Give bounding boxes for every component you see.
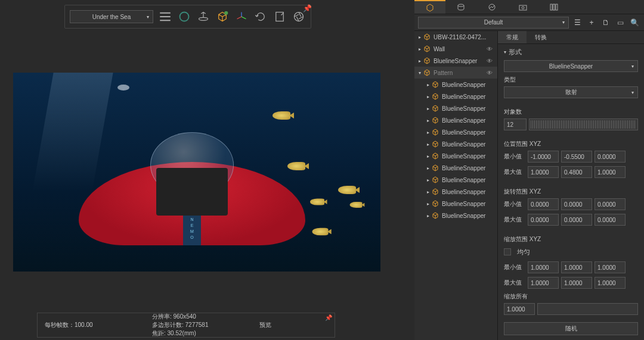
tree-arrow-icon[interactable]: ▸ (425, 166, 431, 171)
scale-all-slider[interactable] (537, 303, 638, 315)
pos-max-z[interactable] (595, 166, 626, 178)
tree-item[interactable]: ▸BluelineSnapper (414, 162, 497, 174)
scale-all-input[interactable] (504, 303, 535, 315)
tree-item-label: UBW-21162-0472... (434, 34, 495, 40)
uniform-checkbox[interactable] (504, 248, 511, 255)
pos-max-y[interactable] (561, 166, 592, 178)
scale-min-y[interactable] (561, 261, 592, 273)
rot-max-x[interactable] (528, 214, 559, 226)
scale-min-z[interactable] (595, 261, 626, 273)
turntable-icon[interactable] (196, 10, 210, 24)
tree-arrow-icon[interactable]: ▸ (425, 154, 431, 159)
scale-max-x[interactable] (528, 277, 559, 289)
min-label: 最小值 (504, 200, 525, 208)
tab-transform[interactable]: 转换 (527, 31, 555, 43)
tree-item[interactable]: ▸UBW-21162-0472... (414, 31, 497, 43)
max-label: 最大值 (504, 216, 525, 224)
polycount-value: 7277581 (185, 322, 209, 328)
distant-fish-decoration (117, 85, 129, 91)
tree-item[interactable]: ▸BluelineSnapper (414, 126, 497, 138)
tree-item-label: BluelineSnapper (442, 189, 495, 195)
cube-plus-icon[interactable] (215, 10, 230, 24)
pos-max-x[interactable] (528, 166, 559, 178)
tree-item[interactable]: ▸BluelineSnapper (414, 210, 497, 222)
tree-arrow-icon[interactable]: ▸ (417, 46, 423, 52)
rot-min-y[interactable] (561, 198, 592, 210)
rot-min-x[interactable] (528, 198, 559, 210)
preset-dropdown[interactable]: Default (418, 17, 569, 29)
rotate-icon[interactable] (253, 10, 268, 24)
tab-image[interactable] (538, 0, 569, 14)
tab-environment[interactable] (476, 0, 507, 14)
resolution-value: 960x540 (174, 313, 196, 320)
new-doc-icon[interactable]: 🗋 (600, 17, 612, 29)
tree-arrow-icon[interactable]: ▸ (425, 177, 431, 183)
visibility-icon[interactable]: 👁 (487, 70, 495, 76)
tab-materials[interactable] (445, 0, 476, 14)
search-icon[interactable]: 🔍 (628, 17, 640, 29)
pos-min-z[interactable] (595, 151, 626, 163)
tree-arrow-icon[interactable]: ▾ (417, 70, 423, 76)
clipboard-icon[interactable] (273, 10, 287, 24)
tree-item[interactable]: ▸BluelineSnapper (414, 198, 497, 210)
panel-toolbar: Default ☰ + 🗋 ▭ 🔍 (414, 14, 644, 31)
scale-min-x[interactable] (528, 261, 559, 273)
tree-item[interactable]: ▸BluelineSnapper👁 (414, 55, 497, 67)
tree-item[interactable]: ▸BluelineSnapper (414, 150, 497, 162)
scene-dropdown[interactable]: Under the Sea (70, 10, 153, 23)
count-slider[interactable] (529, 118, 638, 130)
tree-arrow-icon[interactable]: ▸ (425, 201, 431, 207)
add-icon[interactable]: + (586, 17, 597, 29)
scene-tree[interactable]: ▸UBW-21162-0472...▸Wall👁▸BluelineSnapper… (414, 31, 498, 340)
rot-min-z[interactable] (595, 198, 626, 210)
list-view-icon[interactable]: ☰ (571, 17, 583, 29)
visibility-icon[interactable]: 👁 (487, 58, 495, 64)
tree-arrow-icon[interactable]: ▸ (425, 213, 431, 219)
cube-icon (431, 80, 439, 89)
tree-arrow-icon[interactable]: ▸ (425, 118, 431, 123)
pin-icon[interactable]: 📌 (303, 4, 312, 13)
pos-min-y[interactable] (561, 151, 592, 163)
tree-item[interactable]: ▸BluelineSnapper (414, 91, 497, 102)
tree-item[interactable]: ▸Wall👁 (414, 43, 497, 55)
axis-icon[interactable] (234, 10, 249, 24)
sphere-icon[interactable] (177, 10, 191, 24)
scale-max-y[interactable] (561, 277, 592, 289)
scale-max-z[interactable] (595, 277, 626, 289)
tree-arrow-icon[interactable]: ▸ (417, 58, 423, 64)
tree-arrow-icon[interactable]: ▸ (425, 106, 431, 111)
tree-item[interactable]: ▸BluelineSnapper (414, 138, 497, 150)
render-viewport[interactable]: NEMO (13, 73, 380, 272)
count-input[interactable] (504, 118, 527, 130)
tree-item[interactable]: ▸BluelineSnapper (414, 186, 497, 198)
tab-camera[interactable] (507, 0, 538, 14)
type-dropdown[interactable]: 散射 (504, 86, 638, 98)
form-dropdown[interactable]: BluelineSnapper (504, 60, 638, 72)
form-header[interactable]: 形式 (504, 48, 638, 57)
list-icon[interactable] (158, 10, 172, 24)
tree-arrow-icon[interactable]: ▸ (425, 94, 431, 99)
rot-max-z[interactable] (595, 214, 626, 226)
folder-icon[interactable]: ▭ (614, 17, 626, 29)
tree-item[interactable]: ▸BluelineSnapper (414, 114, 497, 126)
tree-item-label: BluelineSnapper (442, 117, 495, 124)
tree-arrow-icon[interactable]: ▸ (425, 189, 431, 195)
svg-rect-9 (550, 4, 552, 10)
tree-item[interactable]: ▸BluelineSnapper (414, 79, 497, 91)
tab-scene[interactable] (414, 0, 445, 14)
svg-point-8 (522, 7, 524, 9)
rot-max-y[interactable] (561, 214, 592, 226)
tree-item[interactable]: ▸BluelineSnapper (414, 174, 497, 186)
tree-item[interactable]: ▸BluelineSnapper (414, 102, 497, 114)
tab-general[interactable]: 常规 (498, 31, 527, 43)
pos-min-x[interactable] (528, 151, 559, 163)
tree-item[interactable]: ▾Pattern👁 (414, 67, 497, 79)
tree-arrow-icon[interactable]: ▸ (425, 142, 431, 147)
visibility-icon[interactable]: 👁 (487, 46, 495, 52)
svg-rect-10 (553, 4, 555, 10)
tree-arrow-icon[interactable]: ▸ (425, 130, 431, 135)
pin-icon[interactable]: 📌 (325, 314, 332, 321)
random-button[interactable]: 随机 (504, 322, 638, 335)
tree-arrow-icon[interactable]: ▸ (425, 82, 431, 88)
tree-arrow-icon[interactable]: ▸ (417, 35, 423, 40)
